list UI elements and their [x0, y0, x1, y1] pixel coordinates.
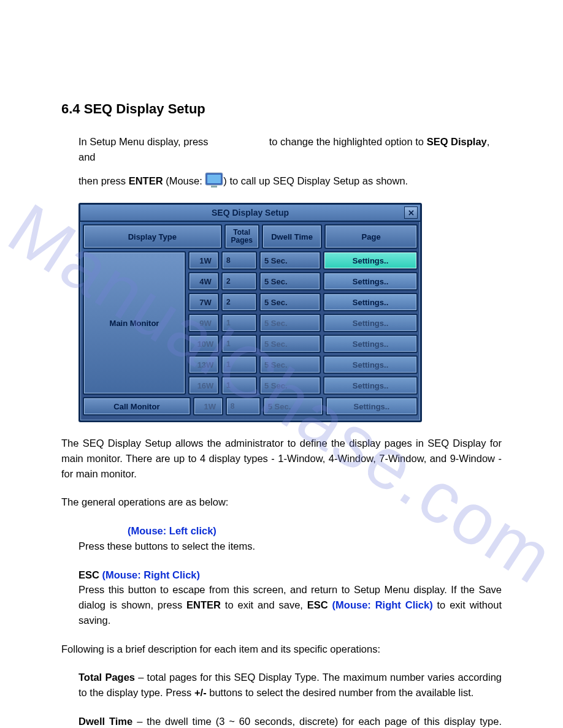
intro-1a: In Setup Menu display, press: [79, 136, 209, 147]
pages-cell[interactable]: 2: [221, 293, 257, 311]
col-total-pages-bot: Pages: [231, 237, 252, 245]
esc-heading: ESC (Mouse: Right Click): [79, 567, 502, 583]
esc-body-b: to exit and save,: [221, 599, 307, 610]
pages-cell[interactable]: 1: [221, 335, 257, 353]
wtype-cell[interactable]: 13W: [188, 355, 219, 374]
call-settings-button[interactable]: Settings..: [326, 397, 418, 415]
settings-button[interactable]: Settings..: [323, 251, 418, 270]
table-row: 10W15 Sec.Settings..: [188, 335, 418, 353]
table-row: 1W85 Sec.Settings..: [188, 251, 418, 270]
dwell-cell[interactable]: 5 Sec.: [259, 251, 321, 270]
settings-button[interactable]: Settings..: [323, 314, 418, 332]
col-display-type: Display Type: [83, 224, 222, 249]
intro-line-1: In Setup Menu display, press to change t…: [79, 134, 502, 165]
enter-bold: ENTER: [129, 175, 163, 186]
intro-2b: (Mouse:: [163, 175, 205, 186]
pages-cell[interactable]: 8: [221, 251, 257, 270]
table-row: 16W15 Sec.Settings..: [188, 376, 418, 395]
table-row: 7W25 Sec.Settings..: [188, 293, 418, 311]
following-text: Following is a brief description for eac…: [61, 642, 502, 657]
pages-cell[interactable]: 1: [221, 314, 257, 332]
mouse-left-heading: (Mouse: Left click): [79, 523, 502, 539]
plus-minus-1: +/-: [194, 687, 207, 698]
dwell-cell[interactable]: 5 Sec.: [259, 293, 321, 311]
dwell-cell[interactable]: 5 Sec.: [259, 314, 321, 332]
esc-bold-2: ESC: [307, 599, 328, 610]
close-button[interactable]: ✕: [404, 207, 418, 219]
dialog-grid: Display Type Total Pages Dwell Time Page…: [80, 222, 420, 420]
settings-button[interactable]: Settings..: [323, 355, 418, 374]
seq-display-setup-dialog: SEQ Display Setup ✕ Display Type Total P…: [79, 203, 422, 422]
pages-cell[interactable]: 1: [221, 355, 257, 374]
total-pages-body-b: buttons to select the desired number fro…: [207, 687, 474, 698]
enter-bold-2: ENTER: [186, 599, 221, 610]
description-1: The SEQ Display Setup allows the adminis…: [61, 436, 502, 481]
close-icon: ✕: [408, 208, 415, 218]
col-page: Page: [324, 224, 418, 249]
wtype-cell[interactable]: 10W: [188, 335, 219, 353]
svg-rect-2: [211, 186, 217, 188]
seq-display-bold: SEQ Display: [427, 136, 487, 147]
call-monitor-row: Call Monitor 1W 8 5 Sec. Settings..: [83, 397, 418, 415]
dialog-titlebar: SEQ Display Setup ✕: [80, 205, 420, 222]
call-pages[interactable]: 8: [226, 397, 261, 415]
settings-button[interactable]: Settings..: [323, 293, 418, 311]
section-number: 6.4: [61, 101, 80, 116]
wtype-cell[interactable]: 1W: [188, 251, 219, 270]
dwell-time-item: Dwell Time – the dwell time (3 ~ 60 seco…: [79, 714, 502, 728]
intro-2a: then press: [79, 175, 129, 186]
pages-cell[interactable]: 1: [221, 376, 257, 395]
svg-rect-1: [207, 175, 221, 183]
mouse-right-2: (Mouse: Right Click): [328, 599, 433, 610]
wtype-cell[interactable]: 4W: [188, 272, 219, 290]
intro-1b: to change the highlighted option to: [269, 136, 427, 147]
mouse-left-body: Press these buttons to select the items.: [79, 539, 502, 554]
table-row: 9W15 Sec.Settings..: [188, 314, 418, 332]
mouse-right-label: (Mouse: Right Click): [99, 569, 200, 580]
total-pages-label: Total Pages: [79, 672, 135, 683]
dwell-cell[interactable]: 5 Sec.: [259, 272, 321, 290]
col-total-pages: Total Pages: [224, 224, 259, 249]
main-monitor-label: Main Monitor: [83, 251, 186, 395]
table-row: 13W15 Sec.Settings..: [188, 355, 418, 374]
table-row: 4W25 Sec.Settings..: [188, 272, 418, 290]
pages-cell[interactable]: 2: [221, 272, 257, 290]
dwell-cell[interactable]: 5 Sec.: [259, 355, 321, 374]
dwell-body-a: – the dwell time (3 ~ 60 seconds, discre…: [79, 716, 502, 728]
dialog-title: SEQ Display Setup: [212, 208, 289, 218]
dwell-time-label: Dwell Time: [79, 716, 132, 727]
mouse-left-label: (Mouse: Left click): [128, 525, 216, 536]
section-title-text: SEQ Display Setup: [84, 101, 205, 116]
wtype-cell[interactable]: 9W: [188, 314, 219, 332]
call-dwell[interactable]: 5 Sec.: [263, 397, 323, 415]
total-pages-item: Total Pages – total pages for this SEQ D…: [79, 670, 502, 700]
intro-line-2: then press ENTER (Mouse: ) to call up SE…: [79, 173, 502, 190]
esc-body: Press this button to escape from this sc…: [79, 582, 502, 628]
esc-label: ESC: [79, 569, 99, 580]
intro-2c: ) to call up SEQ Display Setup as shown.: [223, 175, 408, 186]
dwell-cell[interactable]: 5 Sec.: [259, 335, 321, 353]
wtype-cell[interactable]: 16W: [188, 376, 219, 395]
header-row: Display Type Total Pages Dwell Time Page: [83, 224, 418, 249]
call-wtype[interactable]: 1W: [193, 397, 223, 415]
section-heading: 6.4 SEQ Display Setup: [61, 101, 502, 117]
settings-button[interactable]: Settings..: [323, 335, 418, 353]
call-monitor-label: Call Monitor: [83, 397, 191, 415]
wtype-cell[interactable]: 7W: [188, 293, 219, 311]
settings-button[interactable]: Settings..: [323, 376, 418, 395]
settings-button[interactable]: Settings..: [323, 272, 418, 290]
dwell-cell[interactable]: 5 Sec.: [259, 376, 321, 395]
description-2: The general operations are as below:: [61, 495, 502, 510]
col-dwell-time: Dwell Time: [262, 224, 323, 249]
monitor-icon: [205, 172, 223, 188]
